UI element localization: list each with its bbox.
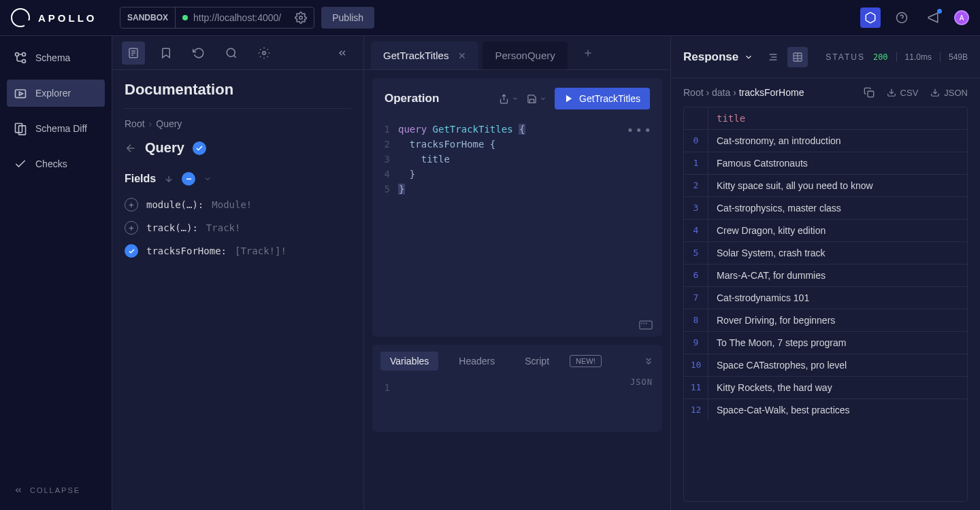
query-editor[interactable]: 12345 query GetTrackTitles { tracksForHo… xyxy=(372,119,662,337)
download-json-button[interactable]: JSON xyxy=(930,88,968,98)
nav-schema[interactable]: Schema xyxy=(7,44,105,71)
docs-settings-icon[interactable] xyxy=(252,41,276,65)
sort-icon[interactable] xyxy=(164,174,174,184)
row-index: 3 xyxy=(684,197,708,219)
back-arrow-icon[interactable] xyxy=(125,142,137,154)
nav-checks[interactable]: Checks xyxy=(7,150,105,177)
table-view-icon[interactable] xyxy=(787,47,808,67)
nav-schema-diff[interactable]: Schema Diff xyxy=(7,115,105,142)
headers-tab[interactable]: Headers xyxy=(449,352,504,371)
collapse-vars-icon[interactable] xyxy=(643,356,654,367)
row-value: Famous Catstronauts xyxy=(708,152,967,174)
chevron-down-icon[interactable] xyxy=(203,175,212,183)
collapse-sidebar-button[interactable]: COLLAPSE xyxy=(7,479,105,502)
row-value: Mars-A-CAT, for dummies xyxy=(708,265,967,286)
fields-heading: Fields xyxy=(125,173,156,185)
announcements-icon[interactable] xyxy=(923,7,943,28)
more-options-icon[interactable]: ••• xyxy=(626,123,653,137)
chevron-down-icon xyxy=(744,52,753,62)
table-row: 5Solar System, crash track xyxy=(684,242,967,265)
brand-logo: APOLLO xyxy=(11,8,113,27)
new-badge: NEW! xyxy=(570,355,602,367)
tab-person-query[interactable]: PersonQuery xyxy=(483,41,567,69)
field-add-icon[interactable]: + xyxy=(125,221,138,235)
collapse-docs-icon[interactable] xyxy=(331,41,354,65)
nav-item-label: Schema xyxy=(35,52,70,63)
row-index: 7 xyxy=(684,287,708,309)
row-value: Kitty Rockets, the hard way xyxy=(708,377,967,398)
response-title[interactable]: Response xyxy=(683,50,753,64)
search-icon[interactable] xyxy=(220,41,243,65)
sandbox-badge: SANDBOX xyxy=(120,7,176,28)
settings-icon[interactable] xyxy=(288,12,314,24)
field-row[interactable]: +track(…): Track! xyxy=(125,221,351,235)
row-value: Space CATastrophes, pro level xyxy=(708,354,967,376)
field-add-icon[interactable]: + xyxy=(125,198,138,211)
docs-tab-icon[interactable] xyxy=(122,41,145,65)
row-value: Cat-strodynamics 101 xyxy=(708,287,967,309)
table-row: 4Crew Dragon, kitty edition xyxy=(684,220,967,242)
nav-explorer[interactable]: Explorer xyxy=(7,80,105,107)
json-format-label: JSON xyxy=(630,377,653,387)
status-code: 200 xyxy=(873,52,888,62)
row-value: Rover Driving, for beginners xyxy=(708,309,967,331)
field-added-icon[interactable] xyxy=(125,244,138,258)
variables-tab[interactable]: Variables xyxy=(380,352,438,371)
share-icon[interactable] xyxy=(499,94,519,104)
row-index: 9 xyxy=(684,332,708,354)
row-index: 2 xyxy=(684,175,708,197)
column-header: title xyxy=(708,107,967,129)
remove-all-icon[interactable]: − xyxy=(182,172,195,186)
tab-get-track-titles[interactable]: GetTrackTitles ✕ xyxy=(371,41,478,69)
row-value: Kitty space suit, all you need to know xyxy=(708,175,967,197)
operation-title: Operation xyxy=(385,92,491,105)
svg-point-3 xyxy=(16,53,19,56)
play-icon xyxy=(564,94,574,103)
field-type: Module! xyxy=(212,199,252,210)
check-badge-icon xyxy=(193,141,206,155)
row-index: 1 xyxy=(684,152,708,174)
table-row: 11Kitty Rockets, the hard way xyxy=(684,377,967,399)
svg-point-0 xyxy=(299,16,303,20)
endpoint-url-input[interactable]: http://localhost:4000/ xyxy=(193,12,281,23)
explorer-icon xyxy=(14,86,27,100)
svg-point-25 xyxy=(644,323,644,324)
help-icon[interactable] xyxy=(892,7,912,28)
row-index: 10 xyxy=(684,354,708,376)
keyboard-shortcuts-icon[interactable] xyxy=(639,320,653,330)
publish-button[interactable]: Publish xyxy=(321,7,374,29)
list-view-icon[interactable] xyxy=(763,47,783,67)
user-avatar[interactable]: A xyxy=(954,10,969,25)
row-value: Cat-stronomy, an introduction xyxy=(708,130,967,152)
svg-point-4 xyxy=(22,60,26,63)
run-operation-button[interactable]: GetTrackTitles xyxy=(555,88,650,109)
table-row: 6Mars-A-CAT, for dummies xyxy=(684,265,967,287)
field-row[interactable]: +module(…): Module! xyxy=(125,198,351,211)
history-icon[interactable] xyxy=(187,41,210,65)
svg-point-14 xyxy=(227,48,235,56)
save-icon[interactable] xyxy=(527,94,546,104)
add-tab-icon[interactable] xyxy=(577,42,599,64)
table-row: 10Space CATastrophes, pro level xyxy=(684,354,967,377)
field-row[interactable]: tracksForHome: [Track!]! xyxy=(125,244,351,258)
row-value: Space-Cat-Walk, best practices xyxy=(708,399,967,421)
svg-rect-6 xyxy=(16,90,26,98)
table-row: 7Cat-strodynamics 101 xyxy=(684,287,967,309)
copy-icon[interactable] xyxy=(864,87,875,98)
script-tab[interactable]: Script xyxy=(515,352,559,371)
download-csv-button[interactable]: CSV xyxy=(887,88,919,98)
status-label: STATUS xyxy=(826,52,865,62)
field-type: Track! xyxy=(206,222,241,233)
table-row: 2Kitty space suit, all you need to know xyxy=(684,175,967,197)
row-value: Solar System, crash track xyxy=(708,242,967,264)
svg-point-16 xyxy=(263,51,266,54)
response-breadcrumb[interactable]: Root › data › tracksForHome xyxy=(683,87,804,98)
row-index: 11 xyxy=(684,377,708,398)
explorer-mode-icon[interactable] xyxy=(860,7,881,28)
field-type: [Track!]! xyxy=(235,245,287,256)
docs-breadcrumb[interactable]: Root›Query xyxy=(125,118,351,129)
close-tab-icon[interactable]: ✕ xyxy=(458,50,466,61)
variables-editor[interactable]: 1 JSON xyxy=(372,377,662,432)
bookmark-icon[interactable] xyxy=(154,41,178,65)
checks-icon xyxy=(14,157,27,171)
